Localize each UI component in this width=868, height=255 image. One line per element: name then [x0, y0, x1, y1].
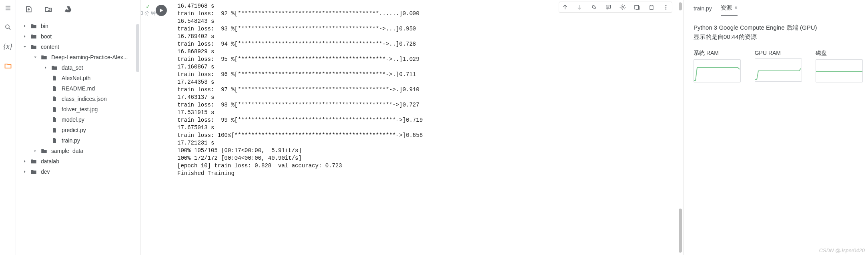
search-icon[interactable]	[4, 23, 12, 31]
toc-icon[interactable]	[4, 4, 12, 12]
tree-file[interactable]: folwer_test.jpg	[16, 104, 140, 114]
chevron-right-icon[interactable]	[42, 64, 49, 71]
tree-item-label: README.md	[62, 85, 95, 92]
tree-folder[interactable]: bin	[16, 21, 140, 31]
refresh-icon[interactable]	[44, 5, 53, 14]
folder-icon[interactable]	[4, 62, 12, 70]
watermark: CSDN @Jsper0420	[819, 247, 865, 253]
tree-item-label: Deep-Learning-Practice-Alex...	[51, 54, 128, 60]
link-icon[interactable]	[590, 4, 597, 11]
svg-point-7	[622, 6, 623, 8]
spacer	[42, 127, 49, 133]
svg-rect-8	[635, 5, 638, 9]
svg-point-3	[6, 25, 9, 28]
spacer	[42, 137, 49, 144]
chart-title: GPU RAM	[755, 50, 802, 56]
tree-item-label: bin	[41, 23, 48, 29]
spacer	[42, 116, 49, 123]
chevron-right-icon[interactable]	[22, 169, 28, 175]
file-icon	[50, 84, 58, 92]
gear-icon[interactable]	[619, 4, 626, 11]
arrow-down-icon[interactable]	[576, 4, 583, 11]
tree-folder[interactable]: dev	[16, 167, 140, 177]
file-tree-scrollbar[interactable]	[136, 24, 140, 248]
tree-item-label: content	[41, 44, 59, 50]
file-icon	[50, 105, 58, 113]
chevron-right-icon[interactable]	[22, 23, 28, 29]
spacer	[42, 96, 49, 102]
file-browser-toolbar	[16, 0, 140, 19]
folder-icon	[30, 22, 38, 30]
folder-icon	[40, 53, 48, 61]
svg-point-9	[666, 5, 667, 6]
more-icon[interactable]	[662, 4, 670, 11]
tab-label: 资源	[721, 4, 732, 11]
folder-icon	[30, 168, 38, 176]
tree-file[interactable]: class_indices.json	[16, 94, 140, 104]
comment-icon[interactable]	[605, 4, 612, 11]
file-icon	[50, 95, 58, 103]
tree-item-label: data_set	[62, 64, 83, 71]
output-scrollbar[interactable]	[678, 0, 682, 255]
trash-icon[interactable]	[648, 4, 655, 11]
cell-runtime-label: 3 分 钟	[140, 10, 155, 16]
chart-title: 磁盘	[816, 50, 863, 57]
spacer	[42, 75, 49, 81]
arrow-up-icon[interactable]	[561, 4, 569, 11]
tree-folder[interactable]: Deep-Learning-Practice-Alex...	[16, 52, 140, 62]
file-icon	[50, 116, 58, 124]
tree-folder[interactable]: datalab	[16, 156, 140, 167]
file-tree[interactable]: binbootcontentDeep-Learning-Practice-Ale…	[16, 19, 140, 255]
backend-label: Python 3 Google Compute Engine 后端 (GPU)	[694, 24, 863, 32]
tree-file[interactable]: train.py	[16, 135, 140, 146]
chart-sparkline	[755, 58, 802, 82]
file-browser: binbootcontentDeep-Learning-Practice-Ale…	[16, 0, 140, 255]
svg-point-11	[666, 8, 667, 10]
chevron-down-icon[interactable]	[22, 44, 28, 50]
chevron-right-icon[interactable]	[22, 158, 28, 165]
tree-folder[interactable]: content	[16, 42, 140, 52]
tree-item-label: predict.py	[62, 127, 86, 133]
tree-item-label: sample_data	[51, 148, 83, 154]
tree-item-label: class_indices.json	[62, 96, 107, 102]
file-icon	[50, 126, 58, 134]
resource-panel: train.py资源× Python 3 Google Compute Engi…	[684, 0, 868, 255]
tree-item-label: model.py	[62, 116, 84, 123]
svg-line-4	[8, 28, 10, 30]
notebook-cell: ✓ 3 分 钟 16.471968 s train loss: 92 %[***…	[140, 0, 684, 255]
folder-icon	[30, 157, 38, 165]
drive-icon[interactable]	[64, 5, 72, 14]
mirror-icon[interactable]	[633, 4, 641, 11]
tree-item-label: AlexNet.pth	[62, 75, 90, 81]
tab-资源[interactable]: 资源×	[721, 1, 738, 16]
tree-folder[interactable]: sample_data	[16, 146, 140, 156]
tree-item-label: dev	[41, 169, 50, 175]
tree-folder[interactable]: boot	[16, 31, 140, 42]
chevron-right-icon[interactable]	[22, 33, 28, 40]
tree-file[interactable]: predict.py	[16, 125, 140, 135]
tree-item-label: train.py	[62, 137, 80, 144]
run-button[interactable]	[156, 5, 167, 16]
tree-folder[interactable]: data_set	[16, 62, 140, 73]
tree-file[interactable]: README.md	[16, 83, 140, 94]
spacer	[42, 106, 49, 112]
cell-output: 16.471968 s train loss: 92 %[***********…	[170, 0, 684, 181]
folder-icon	[30, 32, 38, 40]
tree-item-label: datalab	[41, 158, 59, 165]
cell-toolbar	[559, 2, 672, 13]
tree-file[interactable]: model.py	[16, 114, 140, 125]
tree-item-label: boot	[41, 33, 52, 40]
close-icon[interactable]: ×	[734, 4, 738, 11]
tab-train.py[interactable]: train.py	[694, 2, 712, 15]
resource-chart: 系统 RAM	[694, 50, 741, 82]
chevron-right-icon[interactable]	[32, 148, 38, 154]
file-icon	[50, 137, 58, 145]
tab-label: train.py	[694, 5, 712, 12]
chevron-down-icon[interactable]	[32, 54, 38, 60]
tree-item-label: folwer_test.jpg	[62, 106, 98, 112]
resource-tabs: train.py资源×	[689, 0, 868, 17]
upload-icon[interactable]	[25, 5, 33, 14]
activity-bar: {x}	[0, 0, 16, 255]
variables-icon[interactable]: {x}	[4, 42, 12, 50]
tree-file[interactable]: AlexNet.pth	[16, 73, 140, 83]
